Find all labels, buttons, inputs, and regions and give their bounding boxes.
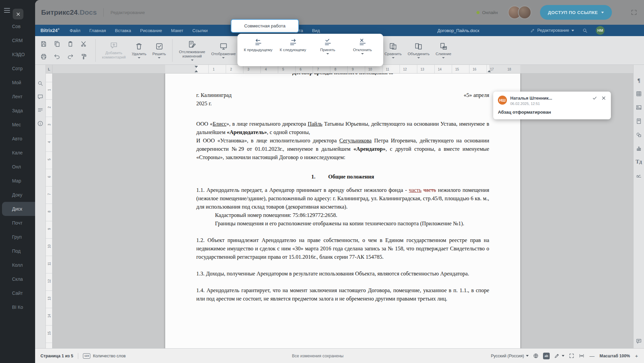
cut-button[interactable]	[78, 38, 89, 50]
edit-mode-dropdown[interactable]: Редактирование	[530, 28, 574, 33]
fullscreen-icon	[631, 9, 637, 16]
shape-settings-button[interactable]	[636, 132, 642, 138]
display-mode-icon	[219, 42, 228, 50]
menu-tab[interactable]: Макет	[171, 28, 184, 33]
document-meta-row: г. Калининград 2025 г. «5» апреля	[196, 91, 489, 108]
image-settings-button[interactable]	[636, 104, 642, 111]
accept-review-change-icon[interactable]	[592, 96, 597, 101]
chevron-down-icon	[562, 355, 564, 357]
logo-primary: Битрикс24	[41, 8, 78, 16]
format-painter-button[interactable]	[78, 51, 89, 63]
next-change-icon	[289, 38, 298, 47]
header-mode-label: Редактирование	[110, 10, 145, 15]
signature-button[interactable]	[636, 172, 642, 178]
compare-button[interactable]: Сравнить	[382, 40, 405, 60]
navigation-button[interactable]	[37, 107, 43, 113]
zoom-in-button[interactable]: +	[634, 353, 639, 359]
chevron-down-icon	[392, 57, 395, 58]
set-language-icon[interactable]	[533, 353, 539, 359]
current-user-badge[interactable]: НМ	[596, 26, 605, 35]
chevron-down-icon	[442, 57, 445, 58]
comment-author-name: Наталья Штенник...	[510, 96, 552, 101]
share-access-label: ДОСТУП ПО ССЫЛКЕ	[548, 10, 598, 15]
menu-tab[interactable]: Вставка	[115, 28, 131, 33]
reject-review-change-icon[interactable]	[601, 96, 606, 101]
menu-tab[interactable]: Рисование	[140, 28, 162, 33]
undo-button[interactable]	[51, 51, 63, 63]
mail-merge-button[interactable]: Слияние	[433, 40, 454, 60]
review-navigation-toolbar: К предыдущемуК следующемуПринятьОтклонит…	[237, 34, 383, 66]
track-changes-icon	[188, 40, 196, 48]
bitrix-docs-logo: Битрикс24.Docs	[41, 8, 97, 16]
page-indicator[interactable]: Страница 1 из 5	[40, 354, 73, 358]
paste-button[interactable]	[65, 38, 76, 50]
vertical-ruler[interactable]: 12345678910111213141516	[46, 74, 52, 348]
pencil-icon	[530, 28, 535, 33]
review-display-mode-button[interactable]	[554, 353, 564, 359]
ruler-right-margin	[489, 65, 520, 73]
print-button[interactable]	[38, 51, 49, 63]
about-button[interactable]	[37, 120, 43, 127]
review-pen-icon	[554, 353, 560, 359]
menu-tab[interactable]: Вид	[312, 28, 320, 33]
save-button[interactable]	[38, 38, 49, 50]
header-footer-button[interactable]	[636, 118, 642, 124]
fullscreen-icon[interactable]	[631, 9, 637, 16]
share-access-button[interactable]: ДОСТУП ПО ССЫЛКЕ	[540, 5, 612, 20]
fit-page-icon[interactable]	[569, 353, 574, 359]
close-slider-button[interactable]	[13, 9, 23, 19]
signature-icon	[636, 172, 642, 178]
zoom-level: Масштаб 100%	[600, 354, 630, 358]
document-canvas[interactable]: Договор аренды нежилого помещения ... г.…	[52, 74, 633, 348]
next-change-button[interactable]: К следующему	[278, 38, 308, 52]
word-count-button[interactable]: 123 Количество слов	[83, 353, 126, 359]
redo-button[interactable]	[65, 51, 76, 63]
search-icon[interactable]	[582, 28, 588, 33]
left-tool-panel	[35, 65, 46, 348]
copy-button[interactable]	[51, 38, 63, 50]
combine-button[interactable]: Объединить	[405, 40, 433, 60]
first-line-indent-marker[interactable]	[195, 66, 198, 68]
hamburger-menu-icon[interactable]	[4, 7, 10, 14]
chart-settings-button[interactable]	[636, 145, 642, 152]
accept-change-button[interactable]: Принять	[312, 38, 343, 54]
document-year: 2025 г.	[196, 99, 232, 108]
display-mode-button[interactable]: Отображение	[208, 40, 239, 60]
tab-stop-selector[interactable]: L	[46, 65, 52, 74]
menu-tab[interactable]: Ссылки	[192, 28, 208, 33]
chevron-down-icon	[601, 12, 604, 13]
comment-datetime: 06.02.2025, 12:51	[510, 102, 552, 106]
user-avatar[interactable]	[518, 6, 531, 19]
document-page[interactable]: Договор аренды нежилого помещения ... г.…	[165, 74, 520, 348]
menu-tab[interactable]: Файл	[70, 28, 80, 33]
document-title: Договор_Пайль.docx	[437, 28, 479, 33]
fit-width-icon[interactable]	[579, 353, 584, 359]
paragraph-settings-button[interactable]: ¶	[637, 78, 640, 83]
paragraph: 1.1. Арендодатель передает, а Арендатор …	[196, 186, 489, 211]
about-icon	[37, 120, 43, 127]
zoom-out-button[interactable]: —	[589, 353, 595, 359]
spell-check-icon[interactable]: ab	[543, 353, 550, 359]
comments-button[interactable]	[37, 94, 43, 100]
tab-collaboration[interactable]: Совместная работа	[231, 19, 299, 33]
mail-merge-icon	[439, 42, 448, 50]
text-art-button[interactable]: Тд	[636, 159, 642, 164]
table-settings-button[interactable]	[636, 91, 642, 97]
delete-comment-button[interactable]: Удалить	[129, 40, 149, 60]
search-button[interactable]	[37, 80, 43, 87]
left-indent-marker[interactable]	[195, 70, 198, 72]
resolve-comment-button[interactable]: Решить	[149, 40, 169, 60]
text-art-icon: Тд	[636, 159, 642, 164]
toolbar-separator	[95, 39, 96, 62]
close-icon	[16, 12, 21, 17]
previous-change-button[interactable]: К предыдущему	[243, 38, 274, 52]
editor-workspace: L 123456789101112131415161718 1234567891…	[35, 65, 644, 348]
menu-tab[interactable]: Главная	[89, 28, 106, 33]
feedback-button[interactable]	[636, 338, 642, 344]
reject-change-button[interactable]: Отклонить	[347, 38, 378, 54]
copy-icon	[53, 40, 61, 47]
chevron-down-icon	[138, 57, 140, 58]
track-changes-button[interactable]: Отслеживание изменений	[176, 38, 208, 63]
language-selector[interactable]: Русский (Россия)	[491, 354, 529, 358]
paragraph: ООО «Блисс», в лице генерального директо…	[196, 120, 489, 136]
